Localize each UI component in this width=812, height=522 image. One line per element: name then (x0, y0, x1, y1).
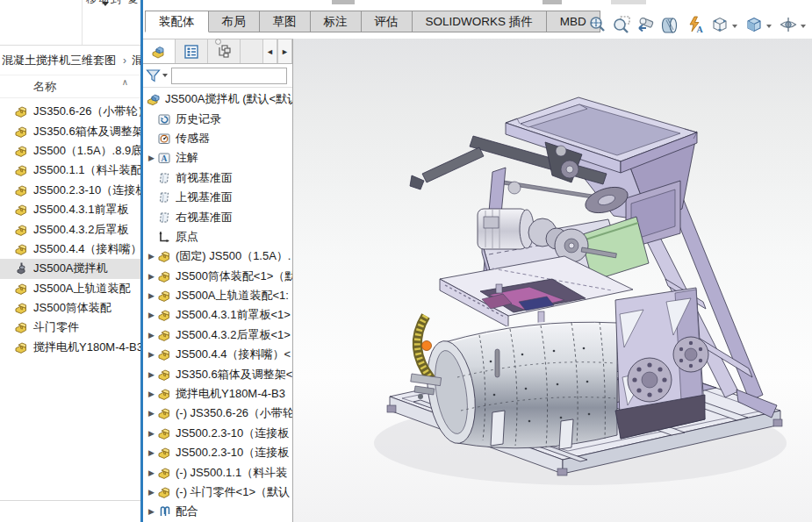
ribbon-divider (82, 0, 83, 46)
file-row[interactable]: JS350.6箱体及调整架 (0, 121, 140, 140)
file-row[interactable]: JS500.4.3.1前罩板 (0, 200, 140, 219)
tab-configurationmanager[interactable] (208, 39, 241, 63)
expand-arrow-icon[interactable]: ▶ (148, 331, 157, 340)
file-label: JS500.1.1（料斗装配） (33, 162, 140, 178)
expand-arrow-icon[interactable]: ▶ (148, 252, 157, 261)
breadcrumb-folder-current[interactable]: 混凝 (132, 53, 140, 68)
file-row[interactable]: JS500筒体装配 (0, 298, 140, 318)
previous-view-button[interactable] (636, 14, 657, 39)
tab-草图[interactable]: 草图 (260, 11, 311, 32)
tree-item-label: 上视基准面 (176, 189, 233, 205)
dropdown-caret-icon[interactable] (766, 25, 772, 28)
tab-布局[interactable]: 布局 (209, 11, 260, 32)
tab-solidworks-addins[interactable]: SOLIDWORKS 插件 (413, 11, 547, 32)
view-orientation-button[interactable] (709, 14, 740, 39)
tree-root-item[interactable]: JS500A搅拌机 (默认<默认 (143, 89, 292, 109)
tab-featuremanager-tree[interactable] (143, 39, 176, 63)
filter-funnel-icon[interactable] (146, 68, 161, 83)
tree-item[interactable]: ▶JS500.4.3.1前罩板<1> (143, 305, 292, 325)
tree-tabs-scroll-left[interactable]: ◄ (262, 39, 277, 63)
tab-assembly[interactable]: 装配体 (145, 11, 209, 32)
tree-item[interactable]: ▶(-) JS350.6-26（小带轮 (143, 404, 292, 423)
expand-arrow-icon[interactable]: ▶ (148, 468, 157, 477)
tree-item[interactable]: ▶JS500.4.4（接料嘴）< (143, 345, 292, 364)
tree-item[interactable]: ▶(-) JS500.1.1（料斗装 (143, 462, 292, 482)
tree-item-label: 历史记录 (176, 111, 221, 127)
file-list-header[interactable]: 名称 ∧ (0, 75, 140, 98)
file-row-selected[interactable]: JS500A搅拌机 (0, 259, 140, 278)
tree-item[interactable]: 前视基准面 (143, 168, 292, 188)
expand-arrow-icon[interactable]: ▶ (148, 507, 157, 516)
tree-filter-input[interactable] (171, 68, 287, 84)
clipped-toolbar-fragment (332, 0, 355, 4)
expand-arrow-icon[interactable]: ▶ (148, 409, 157, 418)
file-row[interactable]: 搅拌电机Y180M-4-B3 (0, 338, 140, 357)
tree-item[interactable]: 上视基准面 (143, 188, 292, 207)
file-row[interactable]: JS350.6-26（小带轮） (0, 102, 140, 121)
tree-item[interactable]: 原点 (143, 227, 292, 247)
explorer-scrollbar-track[interactable] (0, 500, 140, 501)
annotation-view-button[interactable]: A (685, 14, 706, 39)
graphics-viewport[interactable] (293, 39, 812, 522)
tree-item[interactable]: ▶JS500.2.3-10（连接板 (143, 424, 292, 443)
column-header-name[interactable]: 名称 (33, 79, 56, 95)
expand-arrow-icon[interactable]: ▶ (148, 272, 157, 281)
tree-item[interactable]: ▶JS500.2.3-10（连接板 (143, 443, 292, 462)
zoom-to-area-button[interactable] (611, 14, 632, 39)
expand-arrow-icon[interactable]: ▶ (148, 311, 157, 319)
tree-item[interactable]: ▶搅拌电机Y180M-4-B3 (143, 384, 292, 404)
tree-item[interactable]: ▶JS500.4.3.2后罩板<1> (143, 325, 292, 345)
tree-item[interactable]: ▶JS500筒体装配<1>（默 (143, 267, 292, 286)
tree-item[interactable]: ▶A注解 (143, 148, 292, 168)
file-row[interactable]: JS500.4.3.2后罩板 (0, 219, 140, 239)
tree-tabs-scroll-right[interactable]: ► (277, 39, 292, 63)
breadcrumb[interactable]: 混凝土搅拌机三维套图 › 混凝 (0, 46, 140, 75)
solidworks-window: 装配体布局草图标注评估SOLIDWORKS 插件MBD A (140, 0, 812, 522)
file-row[interactable]: 斗门零件 (0, 318, 140, 337)
annotations-icon: A (157, 151, 171, 165)
tab-propertymanager[interactable] (176, 39, 208, 63)
expand-arrow-icon[interactable]: ▶ (148, 350, 157, 359)
expand-arrow-icon[interactable]: ▶ (148, 390, 157, 398)
section-view-icon (661, 15, 680, 38)
tree-item[interactable]: 传感器 (143, 129, 292, 148)
section-view-button[interactable] (660, 14, 681, 39)
expand-arrow-icon[interactable]: ▶ (148, 448, 157, 457)
tree-item[interactable]: ▶(-) 斗门零件<1>（默认 (143, 483, 292, 502)
sort-ascending-icon[interactable]: ∧ (122, 77, 128, 87)
tree-item[interactable]: ▶JS500A上轨道装配<1: (143, 286, 292, 305)
tree-item-label: JS500.2.3-10（连接板 (176, 425, 289, 441)
file-row[interactable]: JS500（1.5A）.8.9底 (0, 141, 140, 161)
featuremanager-panel: ◄ ► JS500A搅拌机 (默认<默认历史记录传感器▶A注解前视基准面上视基准… (143, 39, 293, 522)
expand-arrow-icon[interactable]: ▶ (148, 429, 157, 438)
expand-arrow-icon[interactable]: ▶ (148, 291, 157, 300)
hide-show-items-button[interactable] (778, 14, 808, 39)
component-icon (157, 466, 171, 480)
tab-评估[interactable]: 评估 (362, 11, 413, 32)
filter-dropdown-caret-icon[interactable] (162, 74, 168, 77)
tree-item[interactable]: 历史记录 (143, 109, 292, 128)
file-row[interactable]: JS500.2.3-10（连接板 (0, 181, 140, 200)
breadcrumb-folder[interactable]: 混凝土搅拌机三维套图 (2, 53, 116, 68)
dropdown-caret-icon[interactable] (801, 25, 806, 28)
expand-arrow-icon[interactable]: ▶ (148, 488, 157, 497)
tree-item[interactable]: ▶配合 (143, 502, 292, 521)
display-style-button[interactable] (744, 14, 774, 39)
file-row[interactable]: JS500A上轨道装配 (0, 279, 140, 298)
tab-标注[interactable]: 标注 (311, 11, 362, 32)
dropdown-caret-icon[interactable] (732, 25, 737, 28)
tree-item[interactable]: ▶JS350.6箱体及调整架< (143, 364, 292, 383)
part-icon (14, 282, 28, 296)
breadcrumb-chevron-icon: › (123, 54, 126, 67)
tree-item[interactable]: ▶(固定) JS500（1.5A）. (143, 247, 292, 266)
tree-item[interactable]: 右视基准面 (143, 207, 292, 226)
file-row[interactable]: JS500.1.1（料斗装配） (0, 161, 140, 180)
panel-splitter-handle[interactable] (215, 39, 221, 45)
file-label: JS500A搅拌机 (33, 261, 108, 276)
zoom-to-fit-button[interactable] (586, 14, 607, 39)
expand-arrow-icon[interactable]: ▶ (148, 370, 157, 379)
file-label: JS500（1.5A）.8.9底 (33, 143, 140, 159)
part-icon (14, 340, 28, 354)
file-row[interactable]: JS500.4.4（接料嘴） (0, 240, 140, 259)
expand-arrow-icon[interactable]: ▶ (148, 154, 157, 162)
